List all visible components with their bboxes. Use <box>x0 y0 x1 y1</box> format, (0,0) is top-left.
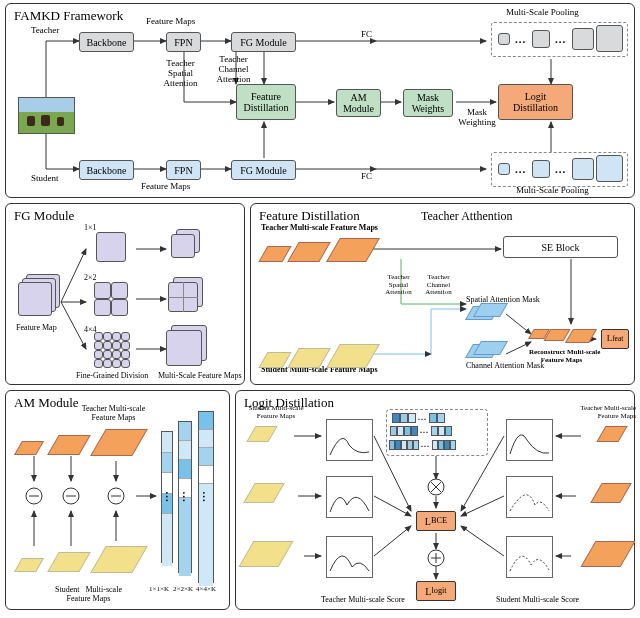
curve-l1 <box>326 419 373 461</box>
pool-dashed-top: ... ... <box>491 22 628 57</box>
logit-distillation-box: Logit Distillation <box>498 84 573 120</box>
label-logit-student-maps: Student Multi-scale Feature Maps <box>246 405 306 420</box>
teacher-fg-module: FG Module <box>231 32 296 52</box>
student-fpn: FPN <box>166 160 201 180</box>
curve-l3 <box>326 536 373 578</box>
dots-icon: ... <box>418 413 427 423</box>
panel-fg: FG Module Feature Map 1×1 2×2 4×4 <box>5 203 245 385</box>
panel-famkd: FAMKD Framework <box>5 3 635 198</box>
curve-r3 <box>506 536 553 578</box>
curve-r2 <box>506 476 553 518</box>
dots-icon: ... <box>421 440 430 450</box>
input-image <box>18 97 75 134</box>
label-student-score: Student Multi-scale Score <box>496 596 579 605</box>
label-mask-weighting: Mask Weighting <box>456 108 498 128</box>
label-fine-grained: Fine-Grained Division <box>76 372 148 381</box>
curve-l2 <box>326 476 373 518</box>
curve-r1 <box>506 419 553 461</box>
am-module-box: AM Module <box>336 89 381 117</box>
lfeat-box: Lfeat <box>601 329 629 349</box>
label-logit-teacher-maps: Teacher Multi-scale Feature Maps <box>576 405 636 420</box>
grid-2x2 <box>94 282 128 316</box>
label-teacher-channel-attn: Teacher Channel Attention <box>211 55 256 85</box>
label-k1: 1×1×K <box>149 586 169 594</box>
label-teacher-spatial-attn: Teacher Spatial Attention <box>158 59 203 89</box>
teacher-backbone: Backbone <box>79 32 134 52</box>
label-k4: 4×4×K <box>196 586 216 594</box>
mask-dashed: ... ... ... <box>386 409 488 456</box>
panel-feat-dist: Feature Distillation Teacher Atthention … <box>250 203 635 385</box>
panel-am: AM Module Teacher Multi-scale Feature Ma… <box>5 390 230 610</box>
student-backbone: Backbone <box>79 160 134 180</box>
feature-distillation-box: Feature Distillation <box>236 84 296 120</box>
svg-line-24 <box>61 249 86 302</box>
svg-line-64 <box>461 526 504 556</box>
svg-line-38 <box>506 314 531 334</box>
mask-weights-box: Mask Weights <box>403 89 453 117</box>
dots-icon: ... <box>164 491 176 502</box>
grid-1x1 <box>96 232 126 262</box>
label-fc-top: FC <box>361 30 372 40</box>
label-tca: Teacher Channel Attention <box>421 274 456 297</box>
label-msp-bottom: Multi-Scale Pooling <box>516 186 589 196</box>
student-fg-module: FG Module <box>231 160 296 180</box>
dots-icon: ... <box>515 33 526 45</box>
label-k2: 2×2×K <box>173 586 193 594</box>
dots-icon: ... <box>420 426 429 436</box>
dots-icon: ... <box>181 491 193 502</box>
llogit-box: Llogit <box>416 581 456 601</box>
label-teacher-ms-maps: Teacher Multi-scale Feature Maps <box>261 224 378 233</box>
dots-icon: ... <box>555 163 566 175</box>
teacher-fpn: FPN <box>166 32 201 52</box>
label-msp-top: Multi-Scale Pooling <box>506 8 579 18</box>
label-am-student-maps: Student Multi-scale Feature Maps <box>41 586 136 604</box>
label-student: Student <box>31 174 59 184</box>
label-multi-scale: Multi-Scale Feature Maps <box>158 372 242 381</box>
label-teacher-score: Teacher Multi-scale Score <box>321 596 405 605</box>
se-block: SE Block <box>503 236 618 258</box>
dots-icon: ... <box>555 33 566 45</box>
svg-line-26 <box>61 302 86 349</box>
lbce-box: LBCE <box>416 511 456 531</box>
dots-icon: ... <box>201 491 213 502</box>
label-fc-bottom: FC <box>361 172 372 182</box>
dots-icon: ... <box>515 163 526 175</box>
label-feature-map: Feature Map <box>16 324 57 333</box>
svg-line-61 <box>374 526 411 556</box>
label-feature-maps-top: Feature Maps <box>146 17 195 27</box>
label-feature-maps-bottom: Feature Maps <box>141 182 190 192</box>
panel-logit: Logit Distillation Student Multi-sc <box>235 390 635 610</box>
label-tsa: Teacher Spatial Attention <box>381 274 416 297</box>
label-recon: Reconstruct Multi-scale Feature Maps <box>529 349 594 364</box>
label-teacher: Teacher <box>31 26 59 36</box>
label-1x1: 1×1 <box>84 224 97 233</box>
grid-4x4 <box>94 332 130 368</box>
svg-line-39 <box>506 342 531 354</box>
pool-dashed-bottom: ... ... <box>491 152 628 187</box>
